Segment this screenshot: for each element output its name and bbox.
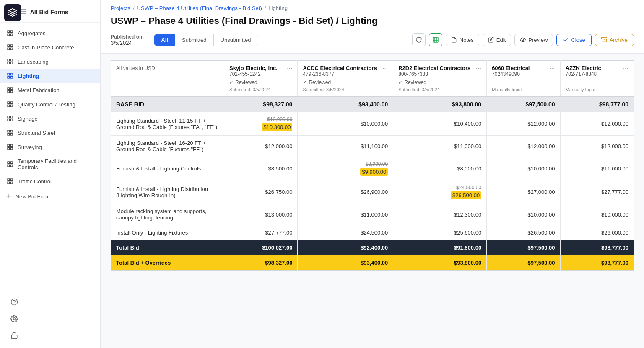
svg-rect-20 xyxy=(8,102,10,104)
vendor-header-0: ···Skyjo Electric, Inc.702-455-1242 ✓ Re… xyxy=(224,61,298,97)
nav-item-label: Cast-in-Place Concrete xyxy=(18,44,74,51)
table-row: Install Only - Lighting Fixtures$27,777.… xyxy=(111,225,634,240)
line-item-value-1-4: $12,000.00 xyxy=(560,136,634,157)
sidebar-nav: Aggregates Cast-in-Place Concrete Landsc… xyxy=(0,23,100,289)
vendor-phone: 479-236-8377 xyxy=(303,71,388,77)
sidebar-item-signage[interactable]: Signage xyxy=(0,111,100,126)
total-bid-label: Total Bid xyxy=(111,240,224,255)
nav-item-label: Metal Fabrication xyxy=(18,87,60,93)
filter-tab-submitted[interactable]: Submitted xyxy=(175,34,214,46)
base-bid-value-0: $98,327.00 xyxy=(224,97,298,112)
vendor-reviewed: ✓ Reviewed xyxy=(398,80,481,85)
nav-item-label: Aggregates xyxy=(18,30,46,36)
vendor-reviewed: ✓ Reviewed xyxy=(229,80,292,85)
grid-icon xyxy=(7,178,13,185)
archive-button[interactable]: Archive xyxy=(595,34,634,46)
sidebar-item-structural-steel[interactable]: Structural Steel xyxy=(0,126,100,140)
new-bid-form-label: New Bid Form xyxy=(16,193,50,200)
filter-tab-all[interactable]: All xyxy=(154,34,175,46)
vendor-header-3: ···6060 Electrical7024349090Manually Inp… xyxy=(487,61,560,97)
sidebar-item-traffic-control[interactable]: Traffic Control xyxy=(0,174,100,188)
svg-rect-5 xyxy=(10,45,13,47)
line-item-value-5-0: $27,777.00 xyxy=(224,225,298,240)
sidebar-item-aggregates[interactable]: Aggregates xyxy=(0,26,100,40)
grid-icon xyxy=(7,161,13,168)
sidebar-item-quality-control[interactable]: Quality Control / Testing xyxy=(0,97,100,111)
line-item-value-3-3: $27,000.00 xyxy=(487,180,560,204)
check-icon: ✓ xyxy=(303,80,307,85)
vendor-more-btn[interactable]: ··· xyxy=(549,65,555,72)
vendor-name: Skyjo Electric, Inc. xyxy=(229,65,292,71)
settings-icon[interactable] xyxy=(7,311,22,326)
new-bid-form-button[interactable]: +New Bid Form xyxy=(0,188,100,205)
svg-rect-6 xyxy=(8,48,10,50)
app-logo[interactable] xyxy=(4,4,21,21)
vendor-more-btn[interactable]: ··· xyxy=(476,65,481,72)
main-header: Projects / USWP – Phase 4 Utilities (Fin… xyxy=(101,0,644,54)
line-item-value-3-0: $26,750.00 xyxy=(224,180,298,204)
filter-tab-unsubmitted[interactable]: Unsubmitted xyxy=(214,34,258,46)
sidebar-header: ☰ All Bid Forms xyxy=(0,0,100,23)
breadcrumb-project[interactable]: USWP – Phase 4 Utilities (Final Drawings… xyxy=(137,5,262,11)
total-bid-value-2: $91,800.00 xyxy=(393,240,487,255)
table-row: Module racking system and supports, cano… xyxy=(111,204,634,225)
sidebar-item-metal-fabrication[interactable]: Metal Fabrication xyxy=(0,83,100,97)
sidebar-item-lighting[interactable]: Lighting xyxy=(0,69,100,83)
plus-icon: + xyxy=(7,192,11,201)
vendor-more-btn[interactable]: ··· xyxy=(382,65,388,72)
notes-button[interactable]: Notes xyxy=(446,34,479,46)
edit-label: Edit xyxy=(496,37,506,43)
all-bid-forms-label: All Bid Forms xyxy=(30,9,68,15)
header-controls: Published on: 3/5/2024 AllSubmittedUnsub… xyxy=(111,33,634,46)
sidebar: ☰ All Bid Forms Aggregates Cast-in-Place… xyxy=(0,0,101,348)
svg-rect-28 xyxy=(8,130,10,132)
preview-button[interactable]: Preview xyxy=(514,34,553,46)
line-item-value-5-4: $26,000.00 xyxy=(560,225,634,240)
svg-rect-39 xyxy=(10,165,13,167)
vendor-more-btn[interactable]: ··· xyxy=(623,65,628,72)
sidebar-item-surveying[interactable]: Surveying xyxy=(0,140,100,154)
total-overrides-value-3: $97,500.00 xyxy=(487,255,560,271)
svg-rect-50 xyxy=(601,38,607,39)
base-bid-value-2: $93,800.00 xyxy=(393,97,487,112)
vendor-name: ACDC Electrical Contractors xyxy=(303,65,388,71)
svg-rect-41 xyxy=(10,179,13,181)
grid-icon xyxy=(7,58,13,65)
close-button[interactable]: Close xyxy=(556,34,591,46)
svg-point-46 xyxy=(13,318,16,320)
sidebar-item-cast-in-place[interactable]: Cast-in-Place Concrete xyxy=(0,40,100,54)
usd-note: All values in USD xyxy=(116,65,155,71)
lock-icon[interactable] xyxy=(7,328,22,343)
nav-item-label: Signage xyxy=(18,116,38,122)
archive-label: Archive xyxy=(610,37,628,43)
refresh-button[interactable] xyxy=(412,33,426,46)
svg-rect-24 xyxy=(8,116,10,118)
svg-rect-10 xyxy=(8,62,10,64)
export-button[interactable] xyxy=(429,33,442,46)
sidebar-item-temp-facilities[interactable]: Temporary Facilities and Controls xyxy=(0,154,100,174)
vendor-phone: 7024349090 xyxy=(492,71,555,77)
total-overrides-value-4: $98,777.00 xyxy=(560,255,634,271)
line-item-value-3-2: $24,500.00$26,500.00 xyxy=(393,180,487,204)
sidebar-item-landscaping[interactable]: Landscaping xyxy=(0,54,100,69)
svg-rect-33 xyxy=(10,144,13,147)
vendor-more-btn[interactable]: ··· xyxy=(287,65,292,72)
vendor-reviewed: ✓ Reviewed xyxy=(303,80,388,85)
svg-rect-32 xyxy=(8,144,10,147)
base-bid-value-3: $97,500.00 xyxy=(487,97,560,112)
check-icon: ✓ xyxy=(398,80,402,85)
grid-icon xyxy=(7,72,13,79)
nav-item-label: Quality Control / Testing xyxy=(18,101,75,108)
line-item-label-1: Lighting Standard - Steel, 16-20 FT + Gr… xyxy=(111,136,224,157)
breadcrumb-projects[interactable]: Projects xyxy=(111,5,130,11)
line-item-label-3: Furnish & Install - Lighting Distributio… xyxy=(111,180,224,204)
edit-button[interactable]: Edit xyxy=(483,34,511,46)
svg-rect-18 xyxy=(8,90,10,93)
svg-rect-23 xyxy=(10,105,13,107)
svg-rect-13 xyxy=(10,73,13,75)
vendor-phone: 800-7657383 xyxy=(398,71,481,77)
nav-item-label: Lighting xyxy=(18,73,39,79)
help-icon[interactable] xyxy=(7,294,22,309)
sidebar-bottom xyxy=(0,289,100,348)
table-body: BASE BID$98,327.00$93,400.00$93,800.00$9… xyxy=(111,97,634,271)
